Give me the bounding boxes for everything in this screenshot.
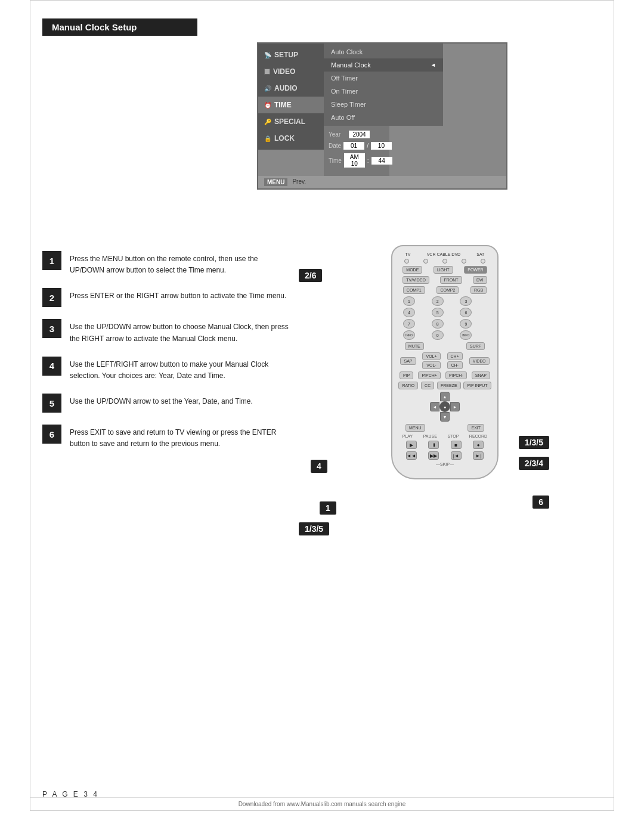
tv-menu-footer: MENU Prev. (258, 176, 506, 188)
submenu-manual-clock[interactable]: Manual Clock ◄ (324, 58, 443, 72)
step-text-4: Use the LEFT/RIGHT arrow button to make … (70, 357, 293, 382)
submenu-sleep-timer[interactable]: Sleep Timer (324, 98, 443, 111)
menu-item-setup[interactable]: 📡 SETUP (258, 47, 324, 63)
pipch-minus-button[interactable]: PIPCH- (445, 371, 467, 379)
callout-6-right: 6 (532, 496, 549, 509)
nav-down-button[interactable]: ▼ (440, 412, 450, 422)
menu-item-video[interactable]: VIDEO (258, 63, 324, 80)
exit-button[interactable]: EXIT (467, 424, 484, 432)
remote-source-row: TV VCR CABLE DVD SAT (397, 252, 493, 256)
next-button[interactable]: ►| (473, 451, 484, 460)
submenu-off-timer[interactable]: Off Timer (324, 72, 443, 85)
callout-1: 1 (320, 501, 336, 515)
stop-button[interactable]: ■ (451, 441, 462, 449)
square-icon (264, 69, 270, 75)
rew-ff-row: ◄◄ ▶▶ |◄ ►| (400, 451, 490, 460)
menu-button[interactable]: MENU (264, 178, 287, 186)
num-9[interactable]: 9 (460, 319, 472, 329)
comp-row: COMP1 COMP2 RGB (397, 286, 493, 294)
video-button[interactable]: VIDEO (469, 357, 490, 365)
num-extra[interactable]: INFO (460, 330, 472, 340)
menu-item-time[interactable]: ⏰ TIME (258, 97, 324, 113)
freeze-button[interactable]: FREEZE (437, 382, 461, 389)
snap-button[interactable]: SNAP (472, 371, 490, 379)
dvi-button[interactable]: DVI (473, 276, 487, 284)
num-info[interactable]: INFO (403, 330, 415, 340)
menu-button-remote[interactable]: MENU (405, 424, 425, 432)
remote-body: TV VCR CABLE DVD SAT MODE LIGHT POWER (391, 245, 499, 479)
step-text-5: Use the UP/DOWN arrow to set the Year, D… (70, 394, 253, 407)
step-6: 6 Press EXIT to save and return to TV vi… (42, 425, 293, 450)
step-number-3: 3 (42, 319, 61, 338)
pip-input-button[interactable]: PIP INPUT (463, 382, 491, 389)
clock-icon: ⏰ (264, 102, 271, 109)
prev-button[interactable]: |◄ (451, 451, 462, 460)
menu-exit-row: MENU EXIT (397, 424, 493, 432)
indicator-dvd (462, 259, 466, 264)
mute-button[interactable]: MUTE (405, 342, 424, 350)
remote-body-wrapper: TV VCR CABLE DVD SAT MODE LIGHT POWER (340, 245, 549, 479)
step-text-3: Use the UP/DOWN arrow button to choose M… (70, 319, 293, 344)
num-1[interactable]: 1 (403, 296, 415, 306)
sap-button[interactable]: SAP (400, 357, 416, 365)
vol-down-button[interactable]: VOL- (422, 361, 440, 369)
surf-button[interactable]: SURF (466, 342, 485, 350)
record-button[interactable]: ● (473, 441, 484, 449)
ch-up-button[interactable]: CH+ (447, 352, 463, 360)
menu-item-audio[interactable]: 🔊 AUDIO (258, 80, 324, 97)
submenu-auto-off[interactable]: Auto Off (324, 111, 443, 124)
nav-right-button[interactable]: ► (450, 402, 460, 411)
submenu-auto-clock[interactable]: Auto Clock (324, 45, 443, 58)
nav-enter-button[interactable]: ● (439, 401, 450, 412)
page-footer: Downloaded from www.Manualslib.com manua… (30, 797, 614, 810)
light-button[interactable]: LIGHT (434, 266, 453, 274)
ratio-button[interactable]: RATIO (398, 382, 418, 389)
pip-row: PIP PIPCH+ PIPCH- SNAP (397, 371, 493, 379)
mode-button[interactable]: MODE (402, 266, 422, 274)
rgb-button[interactable]: RGB (470, 286, 487, 294)
num-3[interactable]: 3 (460, 296, 472, 306)
callout-2-6: 2/6 (299, 269, 322, 282)
num-5[interactable]: 5 (432, 308, 444, 317)
play-button[interactable]: ▶ (406, 441, 417, 449)
comp1-button[interactable]: COMP1 (403, 286, 425, 294)
callout-1-3-5-bottom: 1/3/5 (299, 522, 329, 535)
ff-button[interactable]: ▶▶ (428, 451, 439, 460)
speaker-icon: 🔊 (264, 85, 271, 92)
submenu-on-timer[interactable]: On Timer (324, 85, 443, 98)
page-title: Manual Clock Setup (42, 18, 197, 36)
tv-settings-panel: Year 2004 Date 01 / 10 Time AM 10 : 44 (324, 126, 389, 176)
date-setting: Date 01 / 10 (329, 142, 385, 150)
func-row: RATIO CC FREEZE PIP INPUT (397, 382, 493, 389)
num-0[interactable]: 0 (432, 330, 444, 340)
menu-item-lock[interactable]: 🔒 LOCK (258, 130, 324, 147)
num-6[interactable]: 6 (460, 308, 472, 317)
indicator-vcr (423, 259, 428, 264)
steps-section: 1 Press the MENU button on the remote co… (42, 251, 293, 462)
front-button[interactable]: FRONT (440, 276, 462, 284)
indicator-tv (404, 259, 409, 264)
tvvideo-button[interactable]: TV/VIDEO (402, 276, 429, 284)
callout-1-3-5-right: 1/3/5 (519, 436, 549, 449)
num-8[interactable]: 8 (432, 319, 444, 329)
step-4: 4 Use the LEFT/RIGHT arrow button to mak… (42, 357, 293, 382)
nav-up-button[interactable]: ▲ (440, 392, 450, 401)
num-2[interactable]: 2 (432, 296, 444, 306)
ch-down-button[interactable]: CH- (447, 361, 463, 369)
comp2-button[interactable]: COMP2 (436, 286, 459, 294)
step-number-1: 1 (42, 251, 61, 270)
num-4[interactable]: 4 (403, 308, 415, 317)
cc-button[interactable]: CC (421, 382, 434, 389)
pause-button[interactable]: ⏸ (428, 441, 439, 449)
menu-item-special[interactable]: 🔑 SPECIAL (258, 113, 324, 130)
nav-left-button[interactable]: ◄ (430, 402, 439, 411)
num-7[interactable]: 7 (403, 319, 415, 329)
power-button[interactable]: POWER (464, 266, 487, 274)
pip-button[interactable]: PIP (400, 371, 413, 379)
rew-button[interactable]: ◄◄ (406, 451, 417, 460)
step-number-4: 4 (42, 357, 61, 376)
vol-button[interactable]: VOL+ (422, 352, 440, 360)
step-text-2: Press ENTER or the RIGHT arrow button to… (70, 288, 286, 302)
step-text-6: Press EXIT to save and return to TV view… (70, 425, 293, 450)
pipch-plus-button[interactable]: PIPCH+ (418, 371, 440, 379)
